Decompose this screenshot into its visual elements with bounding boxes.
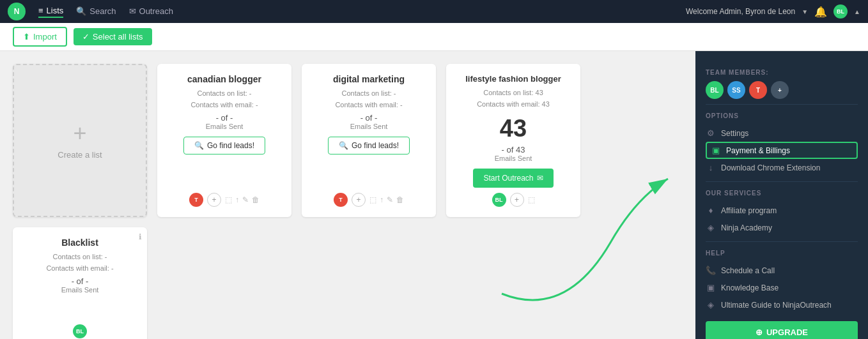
options-label: OPTIONS bbox=[706, 112, 858, 119]
help-label: HELP bbox=[706, 250, 858, 257]
team-avatar-ss[interactable]: SS bbox=[727, 81, 745, 99]
academy-icon: ◈ bbox=[706, 223, 716, 232]
chrome-extension-item[interactable]: ↓ Download Chrome Extension bbox=[706, 159, 858, 176]
card-title: digital marketing bbox=[333, 74, 405, 84]
add-icon[interactable]: + bbox=[352, 193, 366, 207]
payment-icon: ▣ bbox=[711, 146, 721, 155]
card-title: Blacklist bbox=[61, 237, 98, 248]
emails-sent: Emails Sent bbox=[61, 286, 99, 294]
import-button[interactable]: ⬆ Import bbox=[13, 27, 67, 47]
canadian-blogger-card: canadian blogger Contacts on list: - Con… bbox=[157, 64, 291, 217]
go-find-leads-button[interactable]: 🔍 Go find leads! bbox=[328, 137, 410, 154]
digital-marketing-card: digital marketing Contacts on list: - Co… bbox=[302, 64, 436, 217]
share-icon[interactable]: ⬚ bbox=[528, 195, 535, 204]
guide-icon: ◈ bbox=[706, 300, 716, 310]
nav-search[interactable]: 🔍 Search bbox=[76, 6, 116, 17]
services-label: OUR SERVICES bbox=[706, 190, 858, 197]
card-footer: BL + ⬚ bbox=[492, 188, 535, 207]
affiliate-program-item[interactable]: ♦ Affiliate program bbox=[706, 202, 858, 219]
import-icon: ⬆ bbox=[23, 32, 30, 41]
outreach-icon: ✉ bbox=[129, 6, 136, 16]
upload-icon[interactable]: ↑ bbox=[235, 195, 239, 204]
card-footer: BL bbox=[73, 319, 87, 338]
divider bbox=[706, 241, 858, 242]
card-avatar: T bbox=[334, 193, 348, 207]
topnav-right: Welcome Admin, Byron de Leon ▼ 🔔 BL ▲ bbox=[686, 4, 860, 19]
upload-icon[interactable]: ↑ bbox=[380, 195, 384, 204]
edit-icon[interactable]: ✎ bbox=[387, 195, 393, 204]
card-footer: T + ⬚ ↑ ✎ 🗑 bbox=[189, 188, 260, 207]
info-icon[interactable]: ℹ bbox=[139, 232, 142, 241]
toolbar: ⬆ Import ✓ Select all lists bbox=[0, 23, 868, 51]
team-avatar-add[interactable]: + bbox=[771, 81, 789, 99]
schedule-call-item[interactable]: 📞 Schedule a Call bbox=[706, 262, 858, 279]
right-panel: Team Members: BL SS T + OPTIONS ⚙ Settin… bbox=[695, 51, 868, 339]
search-icon: 🔍 bbox=[76, 6, 86, 16]
emails-sent: Emails Sent bbox=[350, 123, 388, 130]
lists-icon: ≡ bbox=[38, 6, 43, 15]
card-meta: Contacts on list: - Contacts with email:… bbox=[46, 252, 113, 274]
nav-search-label: Search bbox=[89, 6, 116, 16]
card-title: canadian blogger bbox=[187, 74, 261, 84]
blacklist-card: ℹ Blacklist Contacts on list: - Contacts… bbox=[13, 227, 147, 339]
team-avatar-t[interactable]: T bbox=[749, 81, 767, 99]
top-navigation: N ≡ Lists 🔍 Search ✉ Outreach Welcome Ad… bbox=[0, 0, 868, 23]
cards-area: + Create a list canadian blogger Contact… bbox=[0, 51, 695, 339]
card-meta: Contacts on list: 43 Contacts with email… bbox=[477, 87, 550, 110]
upgrade-button[interactable]: ⊕ UPGRADE bbox=[706, 321, 858, 339]
edit-icon[interactable]: ✎ bbox=[242, 195, 249, 204]
share-icon[interactable]: ⬚ bbox=[369, 195, 376, 204]
team-avatar-bl[interactable]: BL bbox=[706, 81, 724, 99]
card-count-of: - of - bbox=[360, 113, 378, 123]
main-content: + Create a list canadian blogger Contact… bbox=[0, 51, 868, 339]
avatar-chevron[interactable]: ▲ bbox=[854, 8, 860, 15]
nav-outreach[interactable]: ✉ Outreach bbox=[129, 6, 173, 17]
affiliate-icon: ♦ bbox=[706, 206, 716, 215]
nav-lists[interactable]: ≡ Lists bbox=[38, 6, 63, 18]
notification-bell-icon[interactable]: 🔔 bbox=[814, 6, 827, 18]
create-label: Create a list bbox=[58, 150, 102, 160]
card-count-of: - of - bbox=[72, 276, 89, 286]
logo[interactable]: N bbox=[8, 3, 26, 20]
delete-icon[interactable]: 🗑 bbox=[252, 195, 260, 204]
payment-billings-item[interactable]: ▣ Payment & Billings bbox=[706, 142, 858, 159]
lifestyle-fashion-card: lifestyle fashion blogger Contacts on li… bbox=[446, 64, 580, 217]
card-footer: T + ⬚ ↑ ✎ 🗑 bbox=[334, 188, 404, 207]
user-avatar[interactable]: BL bbox=[833, 4, 848, 19]
knowledge-base-item[interactable]: ▣ Knowledge Base bbox=[706, 279, 858, 296]
emails-sent: Emails Sent bbox=[206, 123, 244, 130]
upgrade-icon: ⊕ bbox=[756, 328, 763, 337]
card-avatar: BL bbox=[492, 193, 506, 207]
create-list-card[interactable]: + Create a list bbox=[13, 64, 147, 217]
share-icon[interactable]: ⬚ bbox=[225, 195, 232, 204]
divider bbox=[706, 181, 858, 182]
delete-icon[interactable]: 🗑 bbox=[396, 195, 404, 204]
card-action-icons: ⬚ ↑ ✎ 🗑 bbox=[225, 195, 260, 204]
emails-sent: Emails Sent bbox=[495, 154, 532, 162]
divider bbox=[706, 104, 858, 105]
card-avatar: T bbox=[189, 193, 203, 207]
add-icon[interactable]: + bbox=[207, 193, 221, 207]
go-find-leads-button[interactable]: 🔍 Go find leads! bbox=[183, 137, 265, 154]
search-small-icon: 🔍 bbox=[194, 141, 204, 150]
download-icon: ↓ bbox=[706, 163, 716, 172]
card-meta: Contacts on list: - Contacts with email:… bbox=[190, 88, 258, 110]
knowledge-icon: ▣ bbox=[706, 283, 716, 292]
settings-icon: ⚙ bbox=[706, 128, 716, 138]
user-chevron[interactable]: ▼ bbox=[802, 8, 808, 15]
nav-outreach-label: Outreach bbox=[139, 6, 173, 16]
team-members-label: Team Members: bbox=[706, 69, 858, 76]
select-all-button[interactable]: ✓ Select all lists bbox=[74, 28, 152, 45]
card-count: 43 bbox=[500, 115, 527, 142]
settings-item[interactable]: ⚙ Settings bbox=[706, 124, 858, 142]
team-avatars: BL SS T + bbox=[706, 81, 858, 99]
ninja-academy-item[interactable]: ◈ Ninja Academy bbox=[706, 219, 858, 236]
add-icon[interactable]: + bbox=[510, 193, 524, 207]
card-title: lifestyle fashion blogger bbox=[465, 74, 561, 84]
ultimate-guide-item[interactable]: ◈ Ultimate Guide to NinjaOutreach bbox=[706, 296, 858, 313]
card-count-of: - of - bbox=[216, 113, 233, 123]
select-all-icon: ✓ bbox=[82, 32, 89, 41]
card-of: - of 43 bbox=[502, 145, 525, 154]
card-action-icons: ⬚ ↑ ✎ 🗑 bbox=[369, 195, 404, 204]
start-outreach-button[interactable]: Start Outreach ✉ bbox=[473, 169, 553, 188]
